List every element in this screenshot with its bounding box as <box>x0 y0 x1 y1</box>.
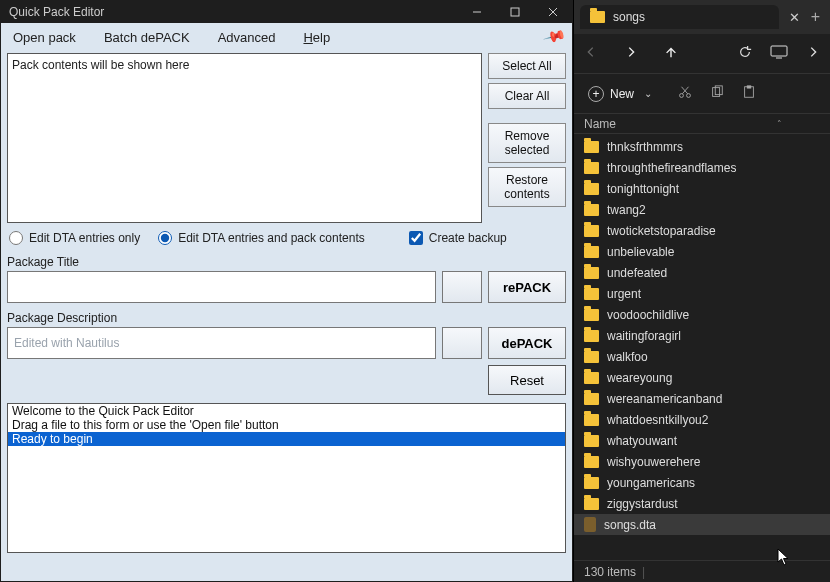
item-name: walkfoo <box>607 350 648 364</box>
menu-help[interactable]: Help <box>297 28 336 47</box>
folder-row[interactable]: weareyoung <box>574 367 830 388</box>
folder-row[interactable]: waitingforagirl <box>574 325 830 346</box>
folder-row[interactable]: whatyouwant <box>574 430 830 451</box>
folder-row[interactable]: thnksfrthmmrs <box>574 136 830 157</box>
nav-refresh-button[interactable] <box>738 45 752 62</box>
contents-placeholder: Pack contents will be shown here <box>12 58 189 72</box>
nav-back-button[interactable] <box>584 45 598 62</box>
repack-button[interactable]: rePACK <box>488 271 566 303</box>
folder-icon <box>584 225 599 237</box>
folder-row[interactable]: ziggystardust <box>574 493 830 514</box>
item-name: unbelievable <box>607 245 674 259</box>
package-title-aux-button[interactable] <box>442 271 482 303</box>
folder-row[interactable]: undefeated <box>574 262 830 283</box>
folder-row[interactable]: voodoochildlive <box>574 304 830 325</box>
folder-icon <box>584 498 599 510</box>
folder-icon <box>584 309 599 321</box>
item-name: wishyouwerehere <box>607 455 700 469</box>
checkbox-create-backup[interactable] <box>409 231 423 245</box>
new-button-label: New <box>610 87 634 101</box>
option-create-backup[interactable]: Create backup <box>409 231 507 245</box>
pin-icon[interactable]: 📌 <box>542 23 567 48</box>
menu-open-pack[interactable]: Open pack <box>7 28 82 47</box>
reset-button[interactable]: Reset <box>488 365 566 395</box>
log-line-selected: Ready to begin <box>8 432 565 446</box>
column-name-header[interactable]: Name <box>584 117 820 131</box>
item-name: weareyoung <box>607 371 672 385</box>
tab-title: songs <box>613 10 645 24</box>
folder-icon <box>584 330 599 342</box>
folder-icon <box>584 372 599 384</box>
new-button[interactable]: + New ⌄ <box>584 83 660 105</box>
folder-row[interactable]: throughthefireandflames <box>574 157 830 178</box>
item-name: whatdoesntkillyou2 <box>607 413 708 427</box>
menu-advanced[interactable]: Advanced <box>212 28 282 47</box>
radio-edit-dta-and-pack[interactable] <box>158 231 172 245</box>
svg-point-6 <box>680 94 684 98</box>
explorer-tab[interactable]: songs <box>580 5 779 29</box>
quick-pack-editor-window: Quick Pack Editor Open pack Batch dePACK… <box>0 0 573 582</box>
titlebar: Quick Pack Editor <box>1 1 572 23</box>
svg-point-7 <box>687 94 691 98</box>
item-name: youngamericans <box>607 476 695 490</box>
option-edit-dta-only[interactable]: Edit DTA entries only <box>9 231 140 245</box>
new-tab-button[interactable]: + <box>807 8 824 26</box>
log-line: Welcome to the Quick Pack Editor <box>8 404 565 418</box>
package-title-input[interactable] <box>7 271 436 303</box>
item-name: thnksfrthmmrs <box>607 140 683 154</box>
folder-icon <box>584 456 599 468</box>
folder-icon <box>584 162 599 174</box>
remove-selected-button[interactable]: Remove selected <box>488 123 566 163</box>
maximize-button[interactable] <box>496 1 534 23</box>
file-row[interactable]: songs.dta <box>574 514 830 535</box>
folder-row[interactable]: youngamericans <box>574 472 830 493</box>
item-name: songs.dta <box>604 518 656 532</box>
folder-row[interactable]: twang2 <box>574 199 830 220</box>
item-name: twoticketstoparadise <box>607 224 716 238</box>
svg-line-9 <box>682 87 688 94</box>
folder-row[interactable]: wereanamericanband <box>574 388 830 409</box>
radio-edit-dta-only[interactable] <box>9 231 23 245</box>
folder-row[interactable]: twoticketstoparadise <box>574 220 830 241</box>
item-name: wereanamericanband <box>607 392 722 406</box>
nav-thispc-button[interactable] <box>770 45 788 62</box>
nav-up-button[interactable] <box>664 45 678 62</box>
folder-row[interactable]: wishyouwerehere <box>574 451 830 472</box>
tab-close-button[interactable]: ✕ <box>783 10 807 25</box>
option-edit-dta-and-pack[interactable]: Edit DTA entries and pack contents <box>158 231 365 245</box>
svg-rect-4 <box>771 46 787 56</box>
clear-all-button[interactable]: Clear All <box>488 83 566 109</box>
package-description-label: Package Description <box>7 311 566 325</box>
item-name: urgent <box>607 287 641 301</box>
pack-contents-list[interactable]: Pack contents will be shown here <box>7 53 482 223</box>
folder-icon <box>584 267 599 279</box>
folder-row[interactable]: urgent <box>574 283 830 304</box>
depack-button[interactable]: dePACK <box>488 327 566 359</box>
folder-row[interactable]: whatdoesntkillyou2 <box>574 409 830 430</box>
package-description-aux-button[interactable] <box>442 327 482 359</box>
package-description-input[interactable] <box>7 327 436 359</box>
paste-icon[interactable] <box>742 85 756 102</box>
nav-overflow-button[interactable] <box>806 45 820 62</box>
folder-row[interactable]: walkfoo <box>574 346 830 367</box>
minimize-button[interactable] <box>458 1 496 23</box>
close-button[interactable] <box>534 1 572 23</box>
folder-icon <box>584 393 599 405</box>
restore-contents-button[interactable]: Restore contents <box>488 167 566 207</box>
folder-row[interactable]: tonighttonight <box>574 178 830 199</box>
column-header-row[interactable]: Name ˄ <box>574 114 830 134</box>
copy-icon[interactable] <box>710 85 724 102</box>
menubar: Open pack Batch dePACK Advanced Help 📌 <box>1 23 572 51</box>
log-line: Drag a file to this form or use the 'Ope… <box>8 418 565 432</box>
cut-icon[interactable] <box>678 85 692 102</box>
log-output[interactable]: Welcome to the Quick Pack Editor Drag a … <box>7 403 566 553</box>
select-all-button[interactable]: Select All <box>488 53 566 79</box>
nav-forward-button[interactable] <box>624 45 638 62</box>
svg-rect-13 <box>747 86 751 88</box>
file-list[interactable]: thnksfrthmmrsthroughthefireandflamestoni… <box>574 134 830 560</box>
menu-batch-depack[interactable]: Batch dePACK <box>98 28 196 47</box>
item-name: ziggystardust <box>607 497 678 511</box>
item-name: undefeated <box>607 266 667 280</box>
folder-row[interactable]: unbelievable <box>574 241 830 262</box>
chevron-down-icon: ⌄ <box>644 88 652 99</box>
